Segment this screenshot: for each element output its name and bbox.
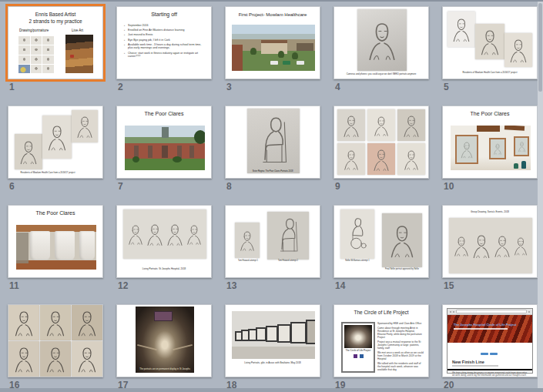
- sister-regina-sketch: [247, 109, 300, 173]
- bullet: We met once a week as often as we could …: [377, 351, 424, 360]
- blog-body-text: We kept a blog during the project so any…: [452, 372, 528, 377]
- slide-thumbnail-4[interactable]: Cameras and phones: you could argue we d…: [334, 6, 429, 79]
- slide-thumbnail-11[interactable]: The Poor Clares: [8, 205, 103, 278]
- vertical-scrollbar[interactable]: [538, 2, 543, 388]
- slide-cell-8: Sister Regina: The Poor Clares Portraits…: [225, 106, 320, 192]
- portrait-sketch-graphic: [372, 147, 390, 172]
- portrait-sketch-graphic: [45, 344, 66, 374]
- slide-thumbnail-19[interactable]: The Circle of Life Project The Circle of…: [334, 304, 429, 377]
- slide-number: 11: [9, 280, 103, 291]
- poster-caption: The Circle of Life Project: [343, 350, 374, 353]
- bullet: We talked with the residents and staff o…: [377, 362, 424, 371]
- tom-howard-sketch-1: [235, 223, 260, 258]
- sponsor-logos: [343, 354, 374, 358]
- elderly-portrait: [40, 305, 71, 340]
- wheelchair-figure-graphic: [346, 216, 369, 252]
- slide6-caption: Residents of Mowlam Health Care from a 2…: [16, 172, 79, 174]
- slide15-caption: Group Drawing, Sonia's Events, 2018: [454, 211, 526, 213]
- slide-number: 9: [335, 181, 429, 192]
- portrait-sketch-graphic: [366, 19, 398, 61]
- slide1-title-line2: 2 strands to my practice: [8, 18, 102, 24]
- slide-cell-11: The Poor Clares 11: [8, 205, 103, 291]
- banner-subtitle-line: [454, 328, 508, 330]
- portrait-sketch-graphic: [373, 114, 390, 137]
- slide-cell-5: Residents of Mowlam Health Care from a 2…: [442, 6, 538, 92]
- slide11-title: The Poor Clares: [8, 210, 102, 216]
- slide-thumbnail-12[interactable]: Living Portraits: St Josephs Hospital- 2…: [116, 205, 212, 278]
- portrait-sketch-graphic: [403, 148, 420, 171]
- bullet: Choice: start work in fitness industry a…: [124, 52, 206, 59]
- slide-thumbnail-9[interactable]: [334, 106, 429, 179]
- portrait-sketch-graphic: [76, 344, 98, 374]
- slide-cell-6: Residents of Mowlam Health Care from a 2…: [8, 106, 103, 192]
- slide-thumbnail-2[interactable]: Starting off September 2016 Enrolled on …: [116, 6, 212, 79]
- slide-cell-14: Nellie McNamara attempt 1 Final Nellie p…: [334, 205, 429, 291]
- slide-thumbnail-20[interactable]: The Josephs Hospital Circle of Life Proj…: [442, 304, 538, 377]
- slide-thumbnail-13[interactable]: Tom Howard attempt 1 Tom Howard attempt …: [225, 205, 320, 278]
- slide-number: 1: [9, 82, 103, 92]
- slide-thumbnail-18[interactable]: Living Portraits, glór, in Assoc with Be…: [225, 304, 320, 377]
- slide-number: 15: [444, 280, 538, 291]
- framed-portraits-photo: [451, 126, 531, 170]
- nun-sketch: [337, 109, 365, 141]
- slide-thumbnail-14[interactable]: Nellie McNamara attempt 1 Final Nellie p…: [334, 205, 429, 278]
- slide19-text-block: Sponsored by HSE and Clare Arts Office C…: [377, 322, 424, 373]
- scrollbar-thumb[interactable]: [538, 3, 542, 92]
- slide-cell-17: The portraits are on permanent display i…: [116, 304, 212, 390]
- mowlam-aerial-photo: [232, 25, 315, 71]
- slide17-caption: The portraits are on permanent display i…: [137, 367, 193, 370]
- portrait-sketch-graphic: [493, 142, 502, 156]
- seated-figure-graphic: [274, 217, 302, 254]
- powerpoint-slide-sorter-window: Ennis Based Artist 2 strands to my pract…: [0, 0, 543, 392]
- group-drawing-image: [449, 218, 532, 273]
- slide-thumbnail-6[interactable]: Residents of Mowlam Health Care from a 2…: [8, 106, 103, 179]
- bullet: Bye Bye paying job, I left it in Cork: [124, 39, 206, 42]
- elderly-portrait-grid: [8, 305, 102, 377]
- slide-thumbnail-15[interactable]: Group Drawing, Sonia's Events, 2018: [442, 205, 538, 278]
- elderly-portrait: [8, 341, 39, 377]
- blog-nav-chip: [481, 353, 488, 355]
- portrait-sketch-graphic: [402, 113, 421, 138]
- slide-cell-2: Starting off September 2016 Enrolled on …: [116, 6, 212, 92]
- portrait-sketch-graphic: [76, 308, 98, 337]
- slide2-bullet-list: September 2016 Enrolled on Fine Art Mast…: [124, 24, 206, 59]
- slide-thumbnail-8[interactable]: Sister Regina: The Poor Clares Portraits…: [225, 106, 320, 179]
- live-art-photo: [65, 35, 93, 73]
- slide-thumbnail-3[interactable]: First Project- Mowlam Healthcare: [225, 6, 320, 79]
- portrait-sketch-graphic: [451, 16, 471, 42]
- slide-thumbnail-1[interactable]: Ennis Based Artist 2 strands to my pract…: [8, 6, 103, 79]
- bullet: Just moved to Ennis: [124, 33, 206, 37]
- slide-number: 7: [118, 181, 212, 192]
- portrait-sketch-graphic: [460, 139, 474, 159]
- blog-link: www.stjosephshospitalcircleoflifeproject…: [458, 377, 511, 377]
- slide7-title: The Poor Clares: [117, 111, 211, 116]
- slide-thumbnail-10[interactable]: The Poor Clares: [442, 106, 538, 179]
- slide-number: 3: [226, 82, 320, 92]
- slide-number: 13: [226, 280, 320, 291]
- slide-thumbnail-16[interactable]: [8, 304, 103, 377]
- slide-cell-7: The Poor Clares 7: [116, 106, 212, 192]
- browser-button: [450, 311, 451, 313]
- slide19-title: The Circle of Life Project: [334, 310, 428, 315]
- slide-thumbnail-5[interactable]: Residents of Mowlam Health Care from a 2…: [442, 6, 538, 79]
- slide-number: 14: [335, 280, 429, 291]
- divider-line: [447, 369, 532, 370]
- poster-corridor-image: [344, 325, 372, 348]
- blog-post-meta-line: [452, 365, 498, 367]
- slide-thumbnail-17[interactable]: The portraits are on permanent display i…: [116, 304, 212, 377]
- elderly-portrait: [40, 341, 71, 377]
- slide-number: 5: [444, 82, 538, 92]
- slide-cell-4: Cameras and phones: you could argue we d…: [334, 6, 429, 92]
- resident-sketch-3: [504, 33, 532, 67]
- slide-number: 4: [335, 82, 429, 92]
- slide14-caption-left: Nellie McNamara attempt 1: [339, 260, 376, 263]
- project-poster: The Circle of Life Project: [341, 322, 375, 373]
- slide12-caption: Living Portraits: St Josephs Hospital- 2…: [125, 268, 203, 270]
- browser-button: [453, 311, 454, 313]
- nun-sketch: [367, 109, 395, 141]
- bullet: Came about through meeting Artist in Res…: [377, 327, 424, 339]
- slide-thumbnail-7[interactable]: The Poor Clares: [116, 106, 212, 179]
- hse-logo: [354, 354, 357, 358]
- portrait-sketch-graphic: [508, 37, 528, 63]
- address-bar: [456, 310, 527, 313]
